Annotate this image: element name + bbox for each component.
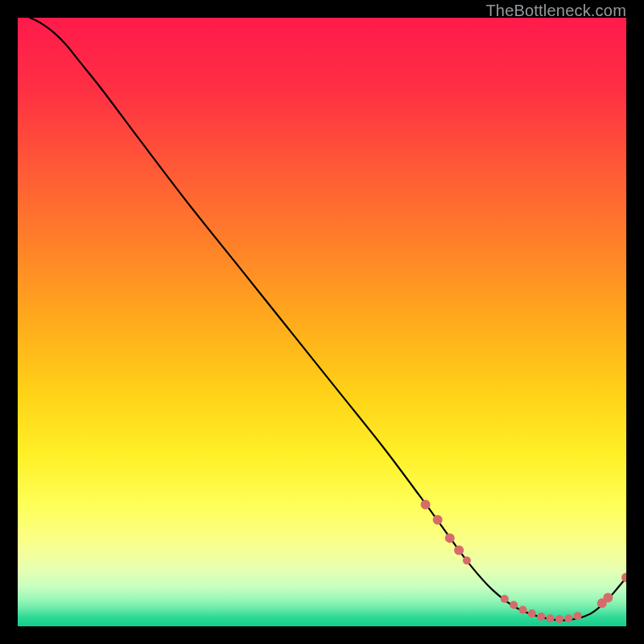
highlight-dot [528,609,536,617]
highlight-dot [463,556,471,564]
highlight-dot [501,595,509,603]
highlight-dot [564,614,572,622]
highlight-dot [421,500,431,510]
highlight-dot [433,515,443,525]
highlight-dot [518,606,526,614]
attribution-text: TheBottleneck.com [485,2,626,20]
chart-background [18,18,626,626]
highlight-dot [555,615,564,623]
chart-stage: TheBottleneck.com [0,0,644,644]
highlight-dot [574,612,582,620]
highlight-dot [510,601,518,609]
highlight-dot [445,533,455,543]
highlight-dot [547,614,555,622]
highlight-dot [537,613,545,621]
chart-plot [18,18,626,626]
highlight-dot [454,546,464,555]
highlight-dot [603,592,613,602]
